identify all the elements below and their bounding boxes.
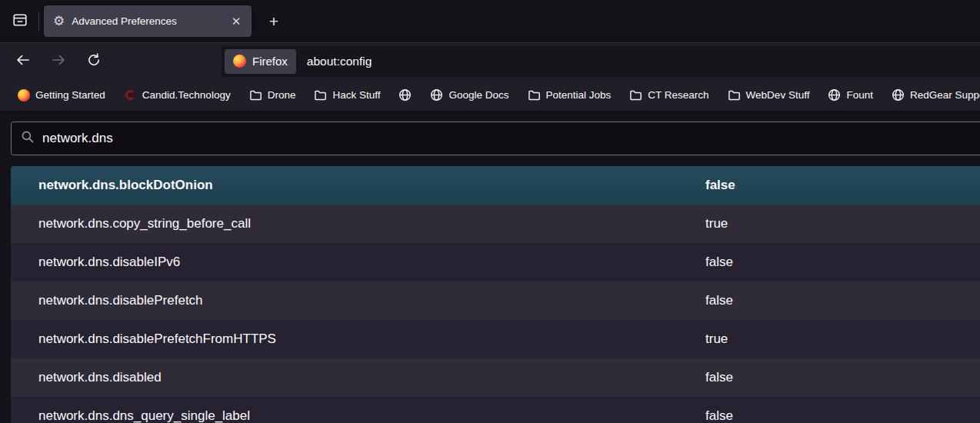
tab-advanced-preferences[interactable]: ⚙ Advanced Preferences ✕ (44, 5, 252, 37)
pref-row[interactable]: network.dns.disablePrefetch false (11, 281, 980, 320)
bookmark-folder-webdev-stuff[interactable]: WebDev Stuff (723, 85, 815, 105)
bookmark-label: Candid.Technology (142, 89, 231, 101)
pref-value: false (705, 293, 980, 308)
pref-row[interactable]: network.dns.disabled false (11, 358, 980, 397)
bookmark-label: Hack Stuff (332, 89, 380, 101)
pref-value: false (705, 370, 980, 385)
pref-value: false (705, 255, 980, 270)
navigation-toolbar: Firefox about:config (0, 42, 980, 79)
pref-search-box[interactable] (11, 122, 980, 155)
new-tab-button[interactable]: + (261, 8, 287, 35)
bookmark-label: WebDev Stuff (746, 89, 810, 101)
forward-button[interactable] (46, 49, 71, 74)
about-config-page: network.dns.blockDotOnion false network.… (0, 112, 980, 423)
bookmark-fount[interactable]: Fount (823, 85, 878, 105)
firefox-logo-icon (17, 88, 30, 102)
bookmark-label: Getting Started (35, 89, 105, 101)
folder-icon (249, 88, 262, 102)
browser-window: ⚙ Advanced Preferences ✕ + Firefox (0, 0, 980, 423)
bookmark-candid-technology[interactable]: Candid.Technology (119, 85, 235, 105)
firefox-view-icon (12, 12, 28, 31)
bookmark-label: Potential Jobs (546, 89, 612, 101)
bookmark-redgear-support[interactable]: RedGear Support (887, 85, 980, 105)
pref-value: false (705, 178, 980, 193)
tab-title: Advanced Preferences (72, 15, 227, 27)
bookmarks-toolbar: Getting Started Candid.Technology Drone … (0, 79, 980, 112)
pref-row[interactable]: network.dns.dns_query_single_label false (11, 397, 980, 423)
tab-bar: ⚙ Advanced Preferences ✕ + (0, 0, 980, 42)
folder-icon (728, 88, 741, 102)
bookmark-label: CT Research (648, 89, 708, 101)
pref-name: network.dns.disabled (11, 370, 705, 385)
firefox-logo-icon (233, 55, 246, 68)
pref-name: network.dns.disablePrefetch (11, 293, 705, 308)
bookmark-folder-ct-research[interactable]: CT Research (625, 85, 713, 105)
firefox-identity-badge[interactable]: Firefox (225, 49, 296, 74)
bookmark-folder-hack-stuff[interactable]: Hack Stuff (309, 85, 385, 105)
pref-value: true (705, 331, 980, 347)
forward-arrow-icon (51, 52, 66, 71)
globe-icon (828, 88, 841, 102)
pref-value: false (705, 408, 980, 423)
reload-button[interactable] (82, 49, 106, 74)
pref-row[interactable]: network.dns.blockDotOnion false (11, 166, 980, 205)
folder-icon (314, 88, 327, 102)
candid-technology-icon (124, 88, 137, 102)
tab-close-icon[interactable]: ✕ (227, 12, 245, 31)
url-text[interactable]: about:config (307, 55, 372, 68)
pref-row[interactable]: network.dns.disableIPv6 false (11, 243, 980, 281)
bookmark-label: RedGear Support (910, 89, 980, 101)
bookmark-folder-potential-jobs[interactable]: Potential Jobs (523, 85, 616, 105)
globe-icon (892, 88, 905, 102)
pref-name: network.dns.copy_string_before_call (11, 216, 705, 231)
pref-name: network.dns.dns_query_single_label (11, 408, 705, 423)
bookmark-google-docs[interactable]: Google Docs (425, 85, 513, 105)
bookmark-label: Google Docs (448, 89, 508, 101)
bookmark-getting-started[interactable]: Getting Started (12, 85, 110, 105)
globe-icon (398, 88, 412, 102)
bookmark-label: Fount (846, 89, 873, 101)
pref-value: true (705, 216, 980, 231)
back-arrow-icon (15, 52, 31, 71)
folder-icon (629, 88, 642, 102)
folder-icon (528, 88, 541, 102)
identity-badge-label: Firefox (252, 55, 288, 68)
pref-name: network.dns.disablePrefetchFromHTTPS (11, 331, 705, 347)
tab-separator (38, 12, 39, 32)
pref-search-input[interactable] (42, 131, 975, 146)
pref-name: network.dns.disableIPv6 (11, 255, 705, 270)
pref-name: network.dns.blockDotOnion (11, 178, 705, 193)
preferences-table: network.dns.blockDotOnion false network.… (11, 166, 980, 423)
url-bar[interactable]: Firefox about:config (222, 46, 980, 77)
search-icon (21, 130, 35, 147)
globe-icon (430, 88, 443, 102)
pref-row[interactable]: network.dns.disablePrefetchFromHTTPS tru… (11, 320, 980, 358)
bookmark-folder-drone[interactable]: Drone (245, 85, 301, 105)
back-button[interactable] (11, 49, 35, 74)
bookmark-label: Drone (268, 89, 296, 101)
gear-icon: ⚙ (53, 15, 65, 28)
pref-row[interactable]: network.dns.copy_string_before_call true (11, 205, 980, 243)
bookmark-unlabeled[interactable] (394, 85, 416, 105)
firefox-view-button[interactable] (5, 6, 35, 37)
reload-icon (86, 52, 102, 71)
